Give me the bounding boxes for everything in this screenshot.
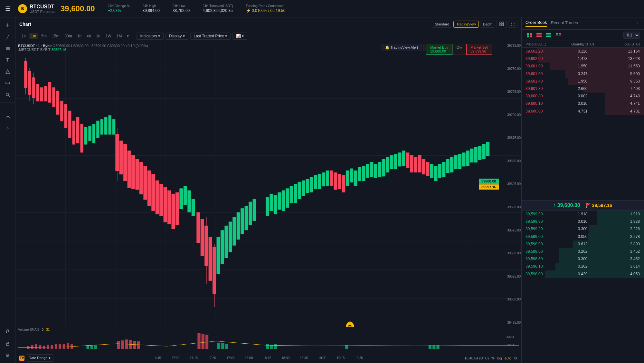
svg-rect-115 <box>302 181 305 195</box>
chart-type-btn[interactable]: 📊 ▾ <box>232 33 247 40</box>
ob-bid-row[interactable]: 39,599.20 0.300 2.228 <box>522 225 644 233</box>
svg-rect-57 <box>116 134 118 171</box>
svg-rect-136 <box>402 151 405 165</box>
coin-icon[interactable]: B <box>18 4 27 13</box>
ob-precision-select[interactable]: 0.1 0.5 1 5 <box>623 32 640 39</box>
svg-rect-11 <box>6 343 9 346</box>
favorite-tool[interactable]: ♡ <box>3 123 13 133</box>
text-tool[interactable]: T <box>3 55 13 65</box>
ob-bid-row[interactable]: 39,598.50 0.300 3.452 <box>522 255 644 263</box>
svg-rect-195 <box>274 344 277 349</box>
standard-view-btn[interactable]: Standard <box>432 21 452 28</box>
chart-settings-gear[interactable]: ⚙ <box>514 356 517 360</box>
svg-rect-60 <box>120 141 123 174</box>
tf-15m[interactable]: 15m <box>50 33 62 39</box>
svg-rect-66 <box>144 166 147 199</box>
tf-4h[interactable]: 4h <box>84 33 93 39</box>
tf-30m[interactable]: 30m <box>62 33 74 39</box>
qty-btn[interactable]: Qty <box>452 44 466 55</box>
ob-view-bids[interactable] <box>545 32 553 38</box>
svg-rect-89 <box>105 118 107 134</box>
ob-ask-row[interactable]: 39,601.30 2.660 7.403 <box>522 85 644 93</box>
tradingview-btn[interactable]: TradingView <box>453 21 479 28</box>
svg-rect-142 <box>450 158 453 172</box>
grid-icon-btn[interactable] <box>497 20 507 28</box>
cursor-tool[interactable]: ✛ <box>3 20 13 30</box>
svg-rect-190 <box>217 343 220 349</box>
tf-1m[interactable]: 1m <box>29 33 39 39</box>
tf-5m[interactable]: 5m <box>39 33 49 39</box>
svg-rect-15 <box>502 24 504 26</box>
log-btn[interactable]: log <box>497 356 502 360</box>
shapes-tool[interactable] <box>3 66 13 77</box>
ob-bid-row[interactable]: 39,598.90 0.612 2.890 <box>522 240 644 248</box>
tf-1M[interactable]: 1M <box>114 33 124 39</box>
ob-view-merged[interactable] <box>554 32 562 38</box>
ob-ask-row[interactable]: 39,601.60 0.247 9.600 <box>522 70 644 78</box>
ohlc-info: BTCUSDT · 1 · Bybit O39599.90 H39600.00 … <box>18 44 148 52</box>
display-btn[interactable]: Display ▾ <box>166 33 188 40</box>
lines-tool[interactable] <box>3 43 13 54</box>
tf-1s[interactable]: 1s <box>19 33 28 39</box>
tf-more[interactable]: ▾ <box>125 33 131 39</box>
svg-text:B: B <box>348 323 352 327</box>
menu-icon[interactable]: ☰ <box>5 5 10 12</box>
svg-rect-118 <box>314 175 317 189</box>
lock-tool[interactable] <box>3 338 13 349</box>
tf-1h[interactable]: 1h <box>75 33 84 39</box>
ob-view-asks[interactable] <box>535 32 543 38</box>
svg-rect-126 <box>362 166 365 181</box>
svg-rect-119 <box>318 174 321 189</box>
percent-btn[interactable]: % <box>491 356 495 360</box>
settings-tool[interactable]: ⚙ <box>3 350 13 360</box>
svg-rect-157 <box>410 155 413 172</box>
svg-rect-148 <box>474 148 477 162</box>
date-range-btn[interactable]: Date Range ▾ <box>26 354 53 362</box>
indicators-btn[interactable]: Indicators ▾ <box>137 33 163 40</box>
coin-name[interactable]: BTCUSDT <box>30 4 55 10</box>
fib-tool[interactable] <box>3 112 13 122</box>
market-buy-btn[interactable]: Market Buy 39,600.00 <box>426 44 452 55</box>
measure-tool[interactable] <box>3 78 13 88</box>
svg-line-8 <box>8 95 10 97</box>
depth-view-btn[interactable]: Depth <box>480 21 495 28</box>
svg-rect-13 <box>502 22 504 24</box>
ob-ask-row[interactable]: 39,602.00 1.478 13.028 <box>522 55 644 63</box>
auto-btn[interactable]: auto <box>505 356 511 360</box>
fullscreen-btn[interactable]: ⛶ <box>508 21 517 28</box>
ob-ask-row[interactable]: 39,600.10 0.010 4.741 <box>522 100 644 107</box>
svg-rect-39 <box>28 71 31 94</box>
ob-bid-row[interactable]: 39,599.90 1.918 1.918 <box>522 211 644 218</box>
ob-ask-row[interactable]: 39,601.90 1.950 11.550 <box>522 63 644 70</box>
timeframe-bar: 1s 1m 5m 15m 30m 1h 4h 1d 1W 1M ▾ Indica… <box>15 31 521 41</box>
tf-1d[interactable]: 1d <box>94 33 102 39</box>
svg-rect-14 <box>500 24 501 26</box>
ob-ask-row[interactable]: 39,600.80 0.002 4.743 <box>522 93 644 100</box>
tf-1w[interactable]: 1W <box>103 33 114 39</box>
ob-bid-row[interactable]: 39,599.80 0.010 1.928 <box>522 218 644 225</box>
svg-rect-50 <box>57 91 59 114</box>
ob-bid-row[interactable]: 39,599.00 0.050 2.278 <box>522 233 644 240</box>
svg-rect-178 <box>117 341 120 349</box>
svg-rect-193 <box>266 344 269 349</box>
ob-tab-orderbook[interactable]: Order Book <box>526 20 547 27</box>
svg-rect-192 <box>225 344 228 349</box>
ob-header: Order Book Recent Trades ⋮ <box>522 17 644 30</box>
alert-btn[interactable]: 🔔 TradingView Alert <box>382 44 421 51</box>
zoom-tool[interactable] <box>3 90 13 100</box>
ob-menu-icon[interactable]: ⋮ <box>636 21 640 26</box>
svg-rect-67 <box>148 171 151 205</box>
trend-tool[interactable]: ╱ <box>3 32 13 42</box>
market-sell-btn[interactable]: Market Sell 39,599.90 <box>466 44 492 55</box>
ob-bid-row[interactable]: 39,598.60 0.262 3.452 <box>522 248 644 255</box>
ob-bid-row[interactable]: 39,598.00 0.439 4.053 <box>522 270 644 278</box>
ob-view-all[interactable] <box>526 32 533 38</box>
svg-rect-102 <box>241 209 244 234</box>
ob-ask-row[interactable]: 39,602.20 0.126 13.154 <box>522 48 644 55</box>
ob-bid-row[interactable]: 39,598.10 0.162 3.614 <box>522 263 644 270</box>
price-type-btn[interactable]: Last Traded Price ▾ <box>190 33 231 40</box>
magnet-tool[interactable] <box>3 327 13 337</box>
ob-ask-row[interactable]: 39,601.40 1.950 9.353 <box>522 78 644 85</box>
ob-ask-row[interactable]: 39,600.00 4.731 4.731 <box>522 108 644 115</box>
ob-tab-trades[interactable]: Recent Trades <box>551 20 578 26</box>
